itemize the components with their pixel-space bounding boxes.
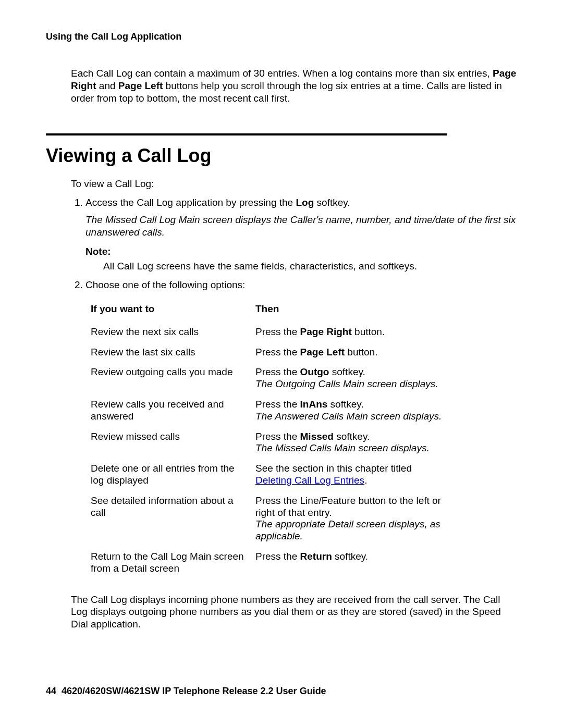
document-page: Using the Call Log Application Each Call… [0, 0, 563, 728]
table-cell-right: Press the Return softkey. [255, 547, 450, 579]
intro-paragraph: Each Call Log can contain a maximum of 3… [71, 67, 517, 104]
cell-text: softkey. [327, 399, 363, 410]
table-cell-right: See the section in this chapter titled D… [255, 459, 450, 491]
page-number: 44 [46, 686, 56, 696]
step-2: Choose one of the following options: If … [85, 279, 517, 579]
cell-text: softkey. [334, 431, 370, 442]
table-row: Review the last six calls Press the Page… [91, 342, 450, 363]
cell-italic: The Answered Calls Main screen displays. [255, 411, 442, 422]
cell-text: button. [345, 347, 377, 357]
table-cell-right: Press the InAns softkey. The Answered Ca… [255, 394, 450, 427]
running-header: Using the Call Log Application [46, 31, 517, 42]
table-header-left: If you want to [91, 300, 255, 322]
cell-bold: InAns [300, 399, 328, 410]
cell-italic: The Missed Calls Main screen displays. [255, 442, 430, 453]
table-cell-left: Review missed calls [91, 427, 255, 459]
step1-subtext: The Missed Call Log Main screen displays… [85, 214, 517, 239]
cell-italic: The Outgoing Calls Main screen displays. [255, 378, 438, 389]
step1-bold-log: Log [296, 197, 314, 208]
table-cell-left: See detailed information about a call [91, 491, 255, 547]
table-cell-left: Delete one or all entries from the log d… [91, 459, 255, 491]
section-title: Viewing a Call Log [46, 145, 517, 167]
cell-text: Press the [255, 431, 300, 442]
cell-text: Press the [255, 326, 300, 337]
cell-text: Press the Line/Feature button to the lef… [255, 495, 441, 518]
cell-text: button. [352, 326, 385, 337]
table-cell-right: Press the Outgo softkey. The Outgoing Ca… [255, 362, 450, 394]
table-cell-left: Review the next six calls [91, 322, 255, 342]
table-row: Delete one or all entries from the log d… [91, 459, 450, 491]
step2-text: Choose one of the following options: [85, 279, 245, 290]
table-row: Review the next six calls Press the Page… [91, 322, 450, 342]
cell-text: See the section in this chapter titled [255, 463, 412, 474]
cell-italic: The appropriate Detail screen displays, … [255, 519, 440, 541]
table-cell-right: Press the Page Right button. [255, 322, 450, 342]
table-row: Return to the Call Log Main screen from … [91, 547, 450, 579]
table-cell-left: Return to the Call Log Main screen from … [91, 547, 255, 579]
cell-text: . [364, 475, 367, 486]
table-header-row: If you want to Then [91, 300, 450, 322]
table-cell-right: Press the Missed softkey. The Missed Cal… [255, 427, 450, 459]
cell-text: Press the [255, 551, 300, 562]
cell-bold: Outgo [300, 366, 329, 377]
page-footer: 44 4620/4620SW/4621SW IP Telephone Relea… [46, 686, 326, 697]
table-cell-right: Press the Line/Feature button to the lef… [255, 491, 450, 547]
cell-text: Press the [255, 366, 300, 377]
table-cell-right: Press the Page Left button. [255, 342, 450, 363]
table-cell-left: Review outgoing calls you made [91, 362, 255, 394]
steps-list: Access the Call Log application by press… [71, 197, 517, 578]
intro-bold-page-left: Page Left [118, 80, 163, 91]
cell-bold: Missed [300, 431, 334, 442]
intro-text: and [96, 80, 118, 91]
step-1: Access the Call Log application by press… [85, 197, 517, 272]
cell-text: Press the [255, 347, 300, 357]
table-cell-left: Review calls you received and answered [91, 394, 255, 427]
options-table: If you want to Then Review the next six … [91, 300, 450, 579]
cell-bold: Page Left [300, 347, 345, 357]
cell-text: softkey. [329, 366, 365, 377]
step1-text: softkey. [314, 197, 350, 208]
table-header-right: Then [255, 300, 450, 322]
lead-text: To view a Call Log: [71, 178, 517, 190]
table-row: Review calls you received and answered P… [91, 394, 450, 427]
deleting-call-log-entries-link[interactable]: Deleting Call Log Entries [255, 475, 364, 486]
table-row: Review outgoing calls you made Press the… [91, 362, 450, 394]
cell-text: Press the [255, 399, 300, 410]
step1-text: Access the Call Log application by press… [85, 197, 296, 208]
table-row: Review missed calls Press the Missed sof… [91, 427, 450, 459]
footer-doc-title: 4620/4620SW/4621SW IP Telephone Release … [62, 686, 326, 696]
intro-text: Each Call Log can contain a maximum of 3… [71, 68, 493, 79]
table-row: See detailed information about a call Pr… [91, 491, 450, 547]
cell-text: softkey. [332, 551, 368, 562]
closing-paragraph: The Call Log displays incoming phone num… [71, 594, 517, 631]
note-label: Note: [85, 246, 517, 257]
cell-bold: Return [300, 551, 332, 562]
section-rule [46, 133, 447, 135]
cell-bold: Page Right [300, 326, 352, 337]
note-body: All Call Log screens have the same field… [103, 261, 517, 272]
table-cell-left: Review the last six calls [91, 342, 255, 363]
